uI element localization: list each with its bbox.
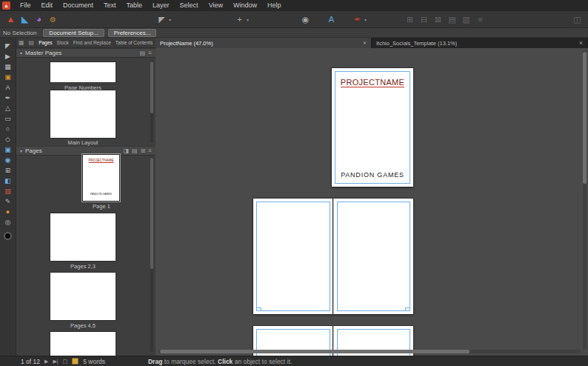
menu-edit[interactable]: Edit — [36, 0, 59, 11]
align-icon[interactable]: ▤ — [445, 13, 459, 27]
colour-picker-tool-icon[interactable]: ✎ — [2, 196, 14, 206]
page-thumbnail-pages-2-3[interactable] — [50, 213, 116, 261]
page-footer-text[interactable]: PANDION GAMES — [332, 171, 413, 179]
close-icon[interactable]: × — [358, 39, 367, 47]
preview-mode-icon[interactable]: ◉ — [298, 13, 313, 27]
transparency-tool-icon[interactable]: ▨ — [2, 186, 14, 196]
publisher-persona-icon[interactable]: ▲ — [4, 13, 18, 27]
master-label: Main Layout — [21, 139, 145, 146]
preferences-button[interactable]: Preferences... — [108, 29, 157, 37]
pages-section-title: Pages — [25, 147, 42, 154]
page-title-text[interactable]: PROJECTNAME — [332, 78, 413, 87]
page-thumbnail-partial[interactable] — [50, 332, 116, 356]
document-canvas[interactable]: PROJECTNAME PANDION GAMES — [156, 48, 588, 356]
colour-selector-icon[interactable] — [4, 232, 12, 240]
studio-grid-icon[interactable]: ▦ — [16, 39, 27, 46]
persona-settings-icon[interactable]: ⚙ — [46, 13, 60, 27]
studio-list-icon[interactable]: ▤ — [27, 39, 37, 46]
page-thumbnail-page-1[interactable]: PROJECTNAME PANDION GAMES — [83, 155, 119, 201]
studio-panel-tabs: ▦ ▤ Pages Stock Find and Replace Table o… — [16, 38, 156, 48]
designer-persona-icon[interactable]: ◣ — [18, 13, 32, 27]
insert-pages-icon[interactable]: + — [233, 13, 247, 27]
menu-layer[interactable]: Layer — [147, 0, 175, 11]
snapping-icon[interactable]: ⊞ — [403, 13, 417, 27]
scrollbar-thumb[interactable] — [583, 52, 587, 184]
document-tab-projectname[interactable]: ProjectName (47.0%) × — [156, 38, 372, 48]
pen-tool-icon[interactable]: ✒ — [2, 93, 14, 102]
photo-persona-icon[interactable]: ◕ — [32, 13, 46, 27]
tab-table-of-contents[interactable]: Table of Contents — [113, 40, 156, 45]
vertical-scrollbar[interactable] — [583, 50, 587, 350]
document-setup-button[interactable]: Document Setup... — [43, 29, 104, 37]
canvas-spread-pages-2-3[interactable] — [253, 199, 413, 314]
menu-file[interactable]: File — [15, 0, 36, 11]
collapse-caret-icon[interactable]: ▾ — [20, 148, 22, 153]
panel-menu-icon[interactable]: ≡ — [148, 50, 152, 56]
arrange-icon[interactable]: ⊠ — [431, 13, 445, 27]
options-icon[interactable]: ◫ — [570, 13, 584, 27]
apply-master-icon[interactable]: ◨ — [124, 147, 130, 154]
pointer-dropdown-caret-icon[interactable]: ▾ — [169, 17, 175, 22]
swatch-dot-icon[interactable]: ● — [2, 207, 14, 216]
last-page-icon[interactable]: ▶| — [53, 359, 58, 365]
master-section-scrollbar[interactable] — [150, 60, 153, 143]
picture-frame-ellipse-tool-icon[interactable]: ◉ — [2, 155, 14, 164]
canvas-page-3[interactable] — [333, 199, 414, 314]
menu-window[interactable]: Window — [228, 0, 262, 11]
master-thumbnail-page-numbers[interactable] — [50, 62, 116, 82]
table-tool-icon[interactable]: ▦ — [2, 61, 14, 71]
document-tab-bar: ProjectName (47.0%) × Itchio_Socials_Tem… — [156, 38, 588, 48]
tab-find-and-replace[interactable]: Find and Replace — [71, 40, 113, 45]
pointer-tool-icon[interactable]: ◤ — [155, 13, 169, 27]
page-thumbnail-pages-4-5[interactable] — [50, 273, 116, 320]
frame-text-tool-icon[interactable]: ▣ — [2, 72, 14, 81]
master-thumbnail-main-layout[interactable] — [50, 90, 116, 138]
page-view-icon[interactable]: ▢ — [63, 359, 68, 365]
collapse-caret-icon[interactable]: ▾ — [20, 50, 22, 56]
rectangle-tool-icon[interactable]: ▭ — [2, 113, 14, 123]
picture-frame-tool-icon[interactable]: ▣ — [2, 144, 14, 154]
scrollbar-thumb[interactable] — [150, 61, 153, 113]
scrollbar-thumb[interactable] — [150, 158, 153, 269]
zoom-tool-icon[interactable]: ◎ — [2, 217, 14, 227]
panel-menu-icon[interactable]: ≡ — [148, 147, 152, 154]
page-number-frame — [256, 307, 261, 311]
canvas-page-2[interactable] — [253, 199, 333, 314]
artistic-text-tool-icon[interactable]: A — [2, 82, 14, 92]
document-tab-itchio-socials-template[interactable]: Itchio_Socials_Template (13.1%) × — [372, 38, 588, 48]
transform-icon[interactable]: ⊟ — [417, 13, 431, 27]
duplicate-page-icon[interactable]: ⊞ — [141, 147, 146, 154]
master-pages-section-header[interactable]: ▾ Master Pages ▤ ≡ — [16, 48, 156, 58]
tab-stock[interactable]: Stock — [55, 40, 71, 45]
insert-dropdown-caret-icon[interactable]: ▾ — [247, 17, 253, 22]
page-indicator: 1 of 12 — [21, 358, 40, 365]
menu-view[interactable]: View — [204, 0, 228, 11]
view-tool-icon[interactable]: ▶ — [2, 51, 14, 61]
menu-select[interactable]: Select — [175, 0, 204, 11]
pages-section-scrollbar[interactable] — [150, 156, 153, 352]
menu-document[interactable]: Document — [58, 0, 98, 11]
node-tool-icon[interactable]: △ — [2, 103, 14, 113]
add-master-page-icon[interactable]: ▤ — [140, 50, 146, 56]
thumbnail-footer-text: PANDION GAMES — [83, 193, 119, 196]
add-page-icon[interactable]: ▤ — [132, 147, 138, 154]
ellipse-tool-icon[interactable]: ○ — [2, 124, 14, 133]
text-styles-icon[interactable]: A — [324, 13, 338, 27]
fill-tool-icon[interactable]: ◧ — [2, 176, 14, 185]
scrollbar-thumb[interactable] — [160, 350, 470, 353]
close-icon[interactable]: × — [575, 39, 583, 47]
next-page-icon[interactable]: ▶ — [44, 359, 48, 365]
menu-text[interactable]: Text — [98, 0, 121, 11]
fill-colour-icon[interactable]: ✒ — [350, 13, 364, 27]
vector-crop-tool-icon[interactable]: ⊞ — [2, 165, 14, 175]
horizontal-scrollbar[interactable] — [158, 350, 581, 353]
menu-table[interactable]: Table — [121, 0, 148, 11]
shape-tool-icon[interactable]: ◇ — [2, 134, 14, 144]
menu-help[interactable]: Help — [262, 0, 287, 11]
tab-pages[interactable]: Pages — [36, 40, 54, 45]
fill-dropdown-caret-icon[interactable]: ▾ — [364, 17, 370, 22]
move-tool-icon[interactable]: ◤ — [2, 41, 14, 50]
canvas-page-1[interactable]: PROJECTNAME PANDION GAMES — [332, 68, 413, 187]
distribute-icon[interactable]: ▥ — [459, 13, 473, 27]
order-icon[interactable]: ≡ — [473, 13, 487, 27]
